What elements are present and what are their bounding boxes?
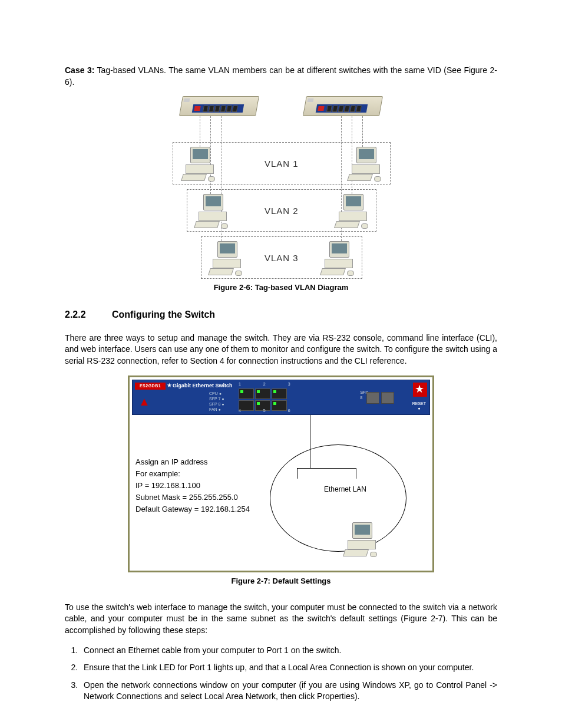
port-numbers-bottom: 4 5 6: [239, 408, 301, 414]
vlan3-label: VLAN 3: [265, 252, 299, 264]
switch-title: Gigabit Ethernet Switch: [173, 382, 233, 390]
case3-label: Case 3:: [65, 65, 94, 75]
computer-icon: [194, 194, 228, 228]
para-web-interface: To use the switch's web interface to man…: [65, 602, 497, 637]
switch-right-icon: [305, 96, 381, 116]
case3-paragraph: Case 3: Tag-based VLANs. The same VLAN m…: [65, 65, 497, 88]
computer-icon: [208, 241, 242, 275]
vlan2-label: VLAN 2: [265, 205, 299, 217]
figure-2-6-caption: Figure 2-6: Tag-based VLAN Diagram: [65, 282, 497, 293]
star-icon: ★: [167, 381, 172, 390]
steps-list: Connect an Ethernet cable from your comp…: [80, 645, 497, 703]
figure-2-7-caption: Figure 2-7: Default Settings: [65, 576, 497, 587]
computer-icon: [181, 147, 215, 181]
step-item: Open the network connections window on y…: [80, 680, 497, 703]
switch-vendor-logo-icon: ▲: [138, 393, 150, 410]
brand-star-icon: [413, 383, 427, 397]
assign-line: IP = 192.168.1.100: [135, 480, 250, 492]
ip-settings-text: Assign an IP address For example: IP = 1…: [135, 456, 250, 515]
computer-icon: [347, 147, 381, 181]
port-numbers-top: 1 2 3: [239, 381, 301, 387]
switch-left-icon: [181, 96, 257, 116]
vlan1-label: VLAN 1: [265, 157, 299, 170]
section-heading: 2.2.2Configuring the Switch: [65, 308, 497, 321]
sfp-ports-icon: [366, 392, 394, 404]
figure-2-6: VLAN 1 VLAN 2 VLAN 3: [169, 96, 393, 279]
assign-line: Default Gateway = 192.168.1.254: [135, 503, 250, 515]
step-item: Connect an Ethernet cable from your comp…: [80, 645, 497, 657]
ethernet-lan-oval-icon: [270, 444, 406, 552]
ethernet-lan-label: Ethernet LAN: [324, 485, 366, 495]
assign-line: For example:: [135, 468, 250, 480]
assign-line: Assign an IP address: [135, 456, 250, 468]
step-item: Ensure that the Link LED for Port 1 ligh…: [80, 662, 497, 674]
switch-front-panel: ES2GDB1 ★ Gigabit Ethernet Switch ▲ CPU …: [132, 380, 430, 415]
section-para1: There are three ways to setup and manage…: [65, 332, 497, 367]
section-title: Configuring the Switch: [112, 309, 215, 319]
computer-icon: [320, 241, 354, 275]
computer-icon: [334, 194, 368, 228]
case3-text: Tag-based VLANs. The same VLAN members c…: [65, 65, 497, 87]
section-number: 2.2.2: [65, 308, 112, 321]
computer-icon: [343, 522, 377, 556]
switch-brand-badge: ES2GDB1: [135, 383, 166, 390]
reset-label: RESET ●: [412, 401, 426, 411]
assign-line: Subnet Mask = 255.255.255.0: [135, 492, 250, 503]
switch-led-labels: CPU ● SFP 7 ● SFP 8 ● FAN ●: [209, 391, 224, 412]
figure-2-7: ES2GDB1 ★ Gigabit Ethernet Switch ▲ CPU …: [128, 375, 434, 572]
